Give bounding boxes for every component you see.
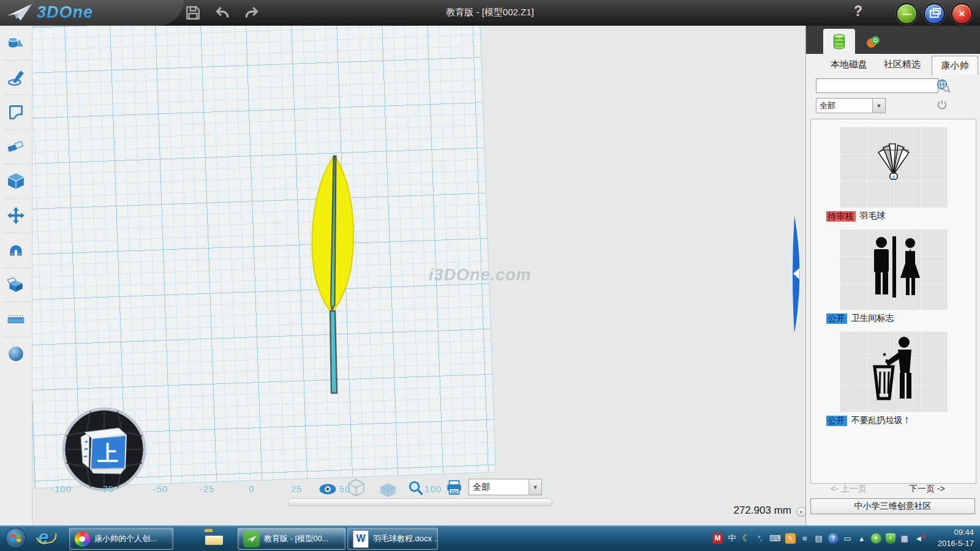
tool-measure[interactable]: [2, 302, 29, 337]
model-name: 不要乱扔垃圾！: [851, 415, 911, 426]
sketch-pen-icon: [7, 68, 25, 86]
titlebar: 3DOne 教育版 - [模型002.Z1] ? —: [0, 0, 980, 26]
category-dropdown[interactable]: 全部 ▼: [816, 98, 886, 113]
web-search-icon[interactable]: [936, 78, 951, 93]
tool-combine[interactable]: [2, 268, 29, 303]
minimize-button[interactable]: —: [896, 3, 918, 24]
sketch-plane-icon: [7, 103, 25, 121]
viewcube-face-label: 上: [97, 441, 118, 465]
show-hidden-icons[interactable]: ▴: [857, 533, 867, 544]
soft-keyboard-icon[interactable]: ⌨: [769, 533, 781, 544]
tool-sketch-plane[interactable]: [2, 95, 29, 130]
view-cube[interactable]: 上: [59, 404, 149, 495]
shaded-cube-icon[interactable]: [380, 482, 396, 498]
pinwheel-browser-icon: [75, 531, 90, 547]
panel-tabstrip: [806, 26, 980, 54]
ime-punctuation-icon[interactable]: °,: [755, 533, 765, 544]
windows-taskbar: e 康小帅的个人创... 教育版 - [模型00... W 羽毛球教程.docx…: [0, 525, 980, 551]
community-site-button[interactable]: 中小学三维创意社区: [810, 498, 975, 514]
internet-explorer-icon[interactable]: e: [38, 527, 48, 549]
taskbar-clock[interactable]: 09:44 2016-5-17: [938, 527, 974, 549]
help-button[interactable]: ?: [850, 3, 866, 20]
tool-solid-edit[interactable]: [2, 164, 29, 199]
tool-move[interactable]: [2, 199, 29, 234]
help-tray-icon[interactable]: ?: [828, 533, 839, 544]
taskbar-button-browser[interactable]: 康小帅的个人创...: [69, 528, 173, 550]
panel-text-tabs: 本地磁盘 社区精选 康小帅: [806, 54, 980, 75]
network-tray-icon[interactable]: ▦: [900, 533, 910, 544]
model-feather[interactable]: [294, 122, 374, 398]
community-panel: 本地磁盘 社区精选 康小帅 全部 ▼: [805, 26, 980, 525]
tool-eraser[interactable]: [2, 130, 29, 165]
tool-material[interactable]: [2, 337, 29, 372]
database-icon: [831, 33, 847, 50]
clock-time: 09:44: [938, 527, 974, 538]
ime-chinese-icon[interactable]: 中: [727, 533, 737, 544]
cube-icon: [7, 172, 25, 190]
model-name: 卫生间标志: [851, 313, 894, 324]
restore-button[interactable]: [924, 3, 945, 24]
model-card[interactable]: 公开 卫生间标志: [820, 229, 967, 324]
ime-moon-icon[interactable]: ☾: [741, 533, 751, 544]
doc-search-icon[interactable]: ≡: [800, 533, 810, 544]
magnet-icon: [7, 241, 25, 260]
wireframe-cube-icon[interactable]: [348, 479, 364, 497]
thumbnail-no-littering[interactable]: [840, 331, 948, 412]
panel-collapse-handle[interactable]: [789, 214, 805, 334]
tab-community[interactable]: [858, 29, 889, 54]
next-page-link[interactable]: 下一页 ->: [909, 484, 945, 495]
model-card-list: 待审核 羽毛球: [810, 119, 976, 484]
ime-toolbox-icon[interactable]: ✎: [785, 533, 796, 544]
community-logo-icon: [865, 34, 881, 50]
tab-local-disk[interactable]: 本地磁盘: [831, 59, 867, 70]
status-badge: 公开: [826, 416, 847, 426]
taskbar-button-word[interactable]: W 羽毛球教程.docx ...: [347, 528, 438, 550]
close-button[interactable]: ×: [951, 3, 973, 24]
eraser-icon: [7, 137, 25, 156]
chevron-down-icon: ▼: [872, 99, 885, 113]
sogou-m-icon[interactable]: M: [712, 533, 723, 544]
horizontal-scrollbar[interactable]: [288, 498, 552, 506]
ruler-mark: -25: [200, 484, 215, 494]
taskbar-button-3done[interactable]: 教育版 - [模型00...: [238, 528, 345, 550]
zoom-magnifier-icon[interactable]: [408, 480, 424, 496]
ruler-mark: -100: [51, 484, 72, 494]
tool-primitives[interactable]: [2, 26, 29, 61]
word-doc-icon: W: [353, 530, 369, 548]
tab-user[interactable]: 康小帅: [932, 56, 978, 75]
volume-muted-icon[interactable]: ◄: [914, 533, 924, 544]
notepad-icon[interactable]: ▤: [814, 533, 824, 544]
watermark: i3DOne.com: [429, 266, 532, 285]
thumbnail-shuttlecock[interactable]: [840, 127, 948, 208]
viewport[interactable]: i3DOne.com: [32, 26, 805, 525]
visibility-eye-icon[interactable]: [318, 484, 337, 495]
prev-page-link[interactable]: <- 上一页: [831, 484, 867, 495]
print-icon[interactable]: [446, 480, 462, 495]
security-shield-icon[interactable]: ⚡: [886, 533, 895, 544]
taskbar-button-label: 羽毛球教程.docx ...: [373, 533, 438, 544]
restore-icon: [930, 10, 939, 18]
model-card[interactable]: 待审核 羽毛球: [820, 127, 967, 222]
chevron-down-icon: ▼: [529, 479, 541, 495]
power-icon[interactable]: [937, 99, 948, 110]
measurement-readout: 272.903 mm: [669, 504, 791, 517]
window-restore-tray-icon[interactable]: ▭: [843, 533, 853, 544]
system-tray: M 中 ☾ °, ⌨ ✎ ≡ ▤ ? ▭ ▴ + ⚡ ▦ ◄: [712, 525, 924, 551]
tab-resource-library[interactable]: [823, 29, 855, 54]
canvas-filter-dropdown[interactable]: 全部 ▼: [469, 479, 542, 495]
tool-magnet[interactable]: [2, 233, 29, 268]
thumbnail-restroom-sign[interactable]: [840, 229, 948, 310]
move-arrows-icon: [7, 206, 25, 225]
search-input[interactable]: [816, 78, 938, 93]
antivirus-plus-icon[interactable]: +: [871, 533, 881, 544]
tab-featured[interactable]: 社区精选: [884, 59, 921, 70]
tool-sketch[interactable]: [2, 61, 29, 96]
3done-app-icon: [243, 531, 260, 547]
start-button[interactable]: [5, 527, 27, 549]
measurement-toggle-icon[interactable]: ▾: [796, 507, 805, 517]
ruler-mark: -75: [99, 484, 115, 494]
close-icon: ×: [959, 8, 965, 20]
model-card[interactable]: 公开 不要乱扔垃圾！: [820, 331, 967, 426]
open-box-icon: [7, 276, 25, 294]
minimize-icon: —: [902, 9, 911, 19]
